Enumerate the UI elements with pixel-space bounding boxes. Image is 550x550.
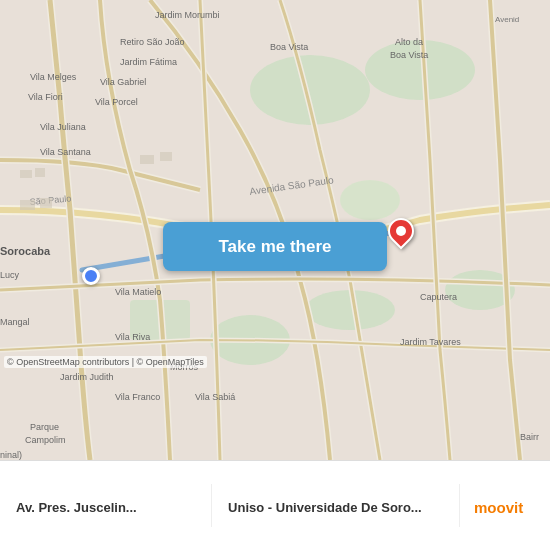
bottom-bar: Av. Pres. Juscelin... Uniso - Universida… (0, 460, 550, 550)
svg-text:Sorocaba: Sorocaba (0, 245, 51, 257)
svg-text:Vila Fiori: Vila Fiori (28, 92, 63, 102)
svg-rect-39 (35, 168, 45, 177)
destination-info: Uniso - Universidade De Soro... (212, 484, 460, 527)
map-area: Avenida São Paulo São Paulo Vila Melges … (0, 0, 550, 460)
svg-text:Bairr: Bairr (520, 432, 539, 442)
svg-rect-42 (20, 200, 35, 210)
svg-rect-43 (40, 198, 52, 208)
origin-name: Av. Pres. Juscelin... (16, 500, 195, 515)
svg-text:Lucy: Lucy (0, 270, 20, 280)
svg-text:Campolim: Campolim (25, 435, 66, 445)
svg-text:Boa Vista: Boa Vista (390, 50, 428, 60)
origin-marker (82, 267, 100, 285)
svg-text:Jardim Tavares: Jardim Tavares (400, 337, 461, 347)
svg-text:Vila Porcel: Vila Porcel (95, 97, 138, 107)
svg-text:Jardim Judith: Jardim Judith (60, 372, 114, 382)
svg-text:Vila Franco: Vila Franco (115, 392, 160, 402)
svg-text:Parque: Parque (30, 422, 59, 432)
app-container: Avenida São Paulo São Paulo Vila Melges … (0, 0, 550, 550)
svg-text:Caputera: Caputera (420, 292, 457, 302)
svg-text:Retiro São João: Retiro São João (120, 37, 185, 47)
svg-text:Jardim Fátima: Jardim Fátima (120, 57, 177, 67)
moovit-logo: moovit (460, 491, 550, 521)
destination-marker (388, 218, 416, 254)
map-attribution: © OpenStreetMap contributors | © OpenMap… (4, 356, 207, 368)
svg-text:Avenid: Avenid (495, 15, 519, 24)
svg-text:Vila Sabiá: Vila Sabiá (195, 392, 235, 402)
svg-text:Vila Matielo: Vila Matielo (115, 287, 161, 297)
svg-text:Vila Juliana: Vila Juliana (40, 122, 86, 132)
svg-text:Jardim Morumbi: Jardim Morumbi (155, 10, 220, 20)
svg-point-2 (365, 40, 475, 100)
svg-text:moovit: moovit (474, 498, 523, 515)
svg-rect-38 (20, 170, 32, 178)
take-me-there-button[interactable]: Take me there (163, 222, 387, 271)
svg-rect-40 (140, 155, 154, 164)
svg-text:Vila Santana: Vila Santana (40, 147, 91, 157)
svg-rect-41 (160, 152, 172, 161)
destination-name: Uniso - Universidade De Soro... (228, 500, 443, 515)
svg-text:ninal): ninal) (0, 450, 22, 460)
svg-text:Mangal: Mangal (0, 317, 30, 327)
svg-text:Vila Melges: Vila Melges (30, 72, 77, 82)
svg-text:Boa Vista: Boa Vista (270, 42, 308, 52)
svg-text:Vila Riva: Vila Riva (115, 332, 150, 342)
svg-text:Alto da: Alto da (395, 37, 423, 47)
cta-button-label: Take me there (218, 237, 331, 257)
origin-info: Av. Pres. Juscelin... (0, 484, 212, 527)
svg-point-7 (340, 180, 400, 220)
svg-text:Vila Gabriel: Vila Gabriel (100, 77, 146, 87)
